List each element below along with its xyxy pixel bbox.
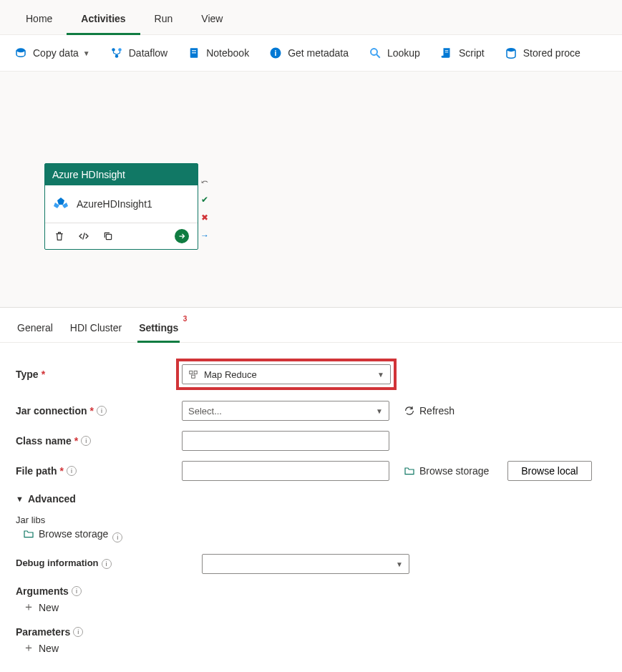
type-label: Type *	[16, 369, 182, 380]
copy-data-icon	[14, 47, 27, 59]
arguments-label: Arguments	[16, 585, 69, 597]
info-icon[interactable]: i	[102, 559, 112, 569]
svg-rect-11	[445, 50, 449, 51]
lookup-label: Lookup	[387, 47, 420, 59]
svg-point-2	[118, 48, 122, 52]
browse-local-button[interactable]: Browse local	[507, 461, 591, 481]
script-icon	[440, 47, 453, 59]
info-icon[interactable]: i	[72, 586, 82, 596]
code-icon[interactable]	[78, 230, 89, 242]
type-label-text: Type	[16, 369, 39, 380]
info-icon[interactable]: i	[112, 532, 122, 542]
activity-name: AzureHDInsight1	[77, 198, 152, 210]
class-name-input[interactable]	[182, 431, 389, 451]
class-name-label: Class name * i	[16, 435, 182, 447]
new-label: New	[39, 643, 59, 654]
jar-connection-label-text: Jar connection	[16, 405, 87, 417]
refresh-icon	[404, 405, 415, 417]
debug-label: Debug information	[16, 557, 99, 568]
notebook-label: Notebook	[206, 47, 249, 59]
stored-proc-button[interactable]: Stored proce	[496, 42, 589, 64]
jar-connection-select[interactable]: Select... ▼	[182, 401, 389, 421]
dataflow-button[interactable]: Dataflow	[102, 42, 176, 64]
folder-icon	[404, 465, 415, 477]
advanced-toggle[interactable]: ▼ Advanced	[16, 493, 606, 505]
undo-handle-icon[interactable]: ⤺	[199, 176, 210, 188]
refresh-button[interactable]: Refresh	[404, 405, 455, 417]
script-button[interactable]: Script	[432, 42, 493, 64]
jar-libs-label: Jar libs	[16, 515, 606, 525]
svg-point-1	[112, 48, 115, 52]
info-icon[interactable]: i	[67, 466, 77, 476]
tab-view[interactable]: View	[187, 6, 237, 34]
run-button[interactable]	[175, 229, 189, 243]
file-path-input[interactable]	[182, 461, 389, 481]
notebook-icon	[188, 47, 200, 59]
arguments-section: Arguments i ＋ New	[16, 585, 606, 615]
success-handle-icon[interactable]: ✔	[199, 194, 210, 205]
info-icon: i	[269, 47, 282, 59]
svg-rect-6	[192, 52, 196, 53]
tab-hdi-cluster[interactable]: HDI Cluster	[69, 319, 123, 342]
dataflow-icon	[110, 47, 123, 59]
settings-form: Type * Map Reduce ▼ Jar connection * i S…	[0, 343, 622, 672]
skip-handle-icon[interactable]: →	[199, 230, 210, 241]
svg-text:i: i	[275, 49, 277, 57]
type-select[interactable]: Map Reduce ▼	[182, 364, 391, 384]
svg-marker-14	[57, 198, 64, 205]
jar-connection-placeholder: Select...	[188, 406, 222, 417]
main-tabs: Home Activities Run View	[0, 0, 622, 35]
debug-section: Debug information i ▼	[16, 554, 606, 574]
settings-badge: 3	[183, 315, 188, 323]
plus-icon: ＋	[23, 600, 34, 615]
required-indicator: *	[74, 435, 78, 447]
delete-icon[interactable]	[54, 230, 65, 242]
plus-icon: ＋	[23, 641, 34, 656]
svg-rect-20	[192, 375, 195, 378]
pipeline-canvas[interactable]: Azure HDInsight AzureHDInsight1 ⤺ ✔	[0, 72, 622, 308]
file-path-label: File path * i	[16, 465, 182, 477]
required-indicator: *	[90, 405, 94, 417]
info-icon[interactable]: i	[81, 436, 91, 446]
parameters-new-button[interactable]: ＋ New	[23, 641, 59, 656]
new-label: New	[39, 602, 59, 613]
lookup-button[interactable]: Lookup	[360, 42, 429, 64]
info-icon[interactable]: i	[73, 627, 83, 637]
notebook-button[interactable]: Notebook	[179, 42, 258, 64]
activity-body: AzureHDInsight1	[45, 185, 198, 223]
parameters-section: Parameters i ＋ New	[16, 626, 606, 656]
stored-proc-icon	[505, 47, 517, 59]
failure-handle-icon[interactable]: ✖	[199, 212, 210, 223]
arguments-new-button[interactable]: ＋ New	[23, 600, 59, 615]
chevron-down-icon: ▼	[396, 560, 403, 568]
activity-node[interactable]: Azure HDInsight AzureHDInsight1	[44, 163, 198, 250]
svg-point-0	[16, 48, 25, 52]
get-metadata-label: Get metadata	[288, 47, 349, 59]
debug-select[interactable]: ▼	[202, 554, 409, 574]
jar-libs-browse-storage[interactable]: Browse storage	[23, 528, 108, 540]
tab-activities[interactable]: Activities	[67, 6, 140, 35]
svg-rect-18	[190, 371, 193, 374]
detail-tabs: General HDI Cluster Settings 3	[0, 308, 622, 343]
browse-storage-button[interactable]: Browse storage	[404, 465, 489, 477]
svg-point-13	[507, 48, 515, 52]
svg-rect-19	[194, 371, 197, 374]
tab-home[interactable]: Home	[11, 6, 67, 34]
copy-data-label: Copy data	[33, 47, 79, 59]
tab-run[interactable]: Run	[140, 6, 188, 34]
copy-data-button[interactable]: Copy data ▼	[6, 42, 99, 64]
folder-icon	[23, 528, 34, 540]
get-metadata-button[interactable]: i Get metadata	[261, 42, 357, 64]
tab-settings[interactable]: Settings 3	[137, 319, 180, 343]
tab-general[interactable]: General	[16, 319, 54, 342]
search-icon	[369, 47, 382, 59]
tab-settings-label: Settings	[139, 322, 178, 333]
activity-header: Azure HDInsight	[45, 164, 198, 185]
activity-handles: ⤺ ✔ ✖ →	[199, 176, 210, 241]
required-indicator: *	[60, 465, 64, 477]
type-highlight-box: Map Reduce ▼	[176, 359, 397, 390]
info-icon[interactable]: i	[97, 406, 107, 416]
clone-icon[interactable]	[102, 230, 114, 242]
svg-rect-17	[106, 234, 111, 239]
chevron-down-icon: ▼	[376, 407, 383, 415]
